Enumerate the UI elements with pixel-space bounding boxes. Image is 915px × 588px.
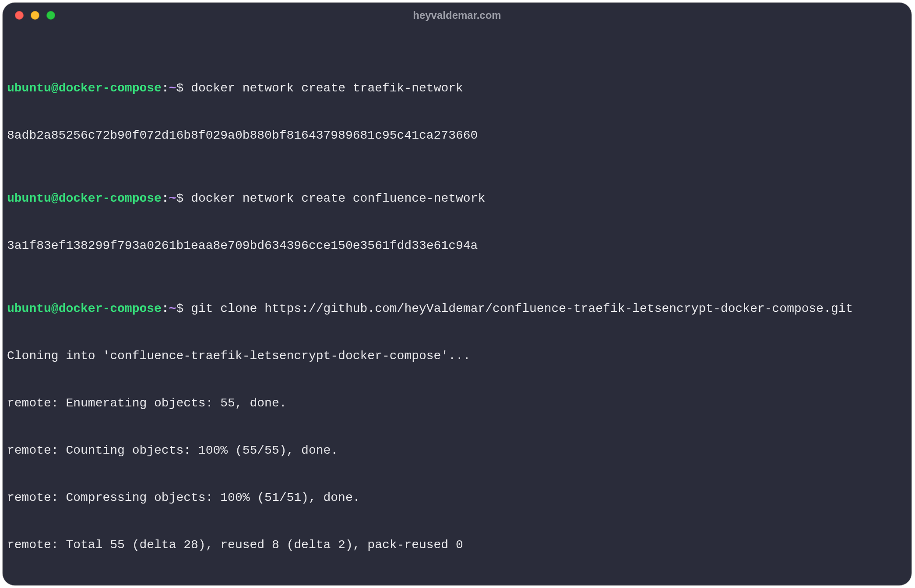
- prompt-user: ubuntu: [7, 81, 51, 95]
- prompt-host: docker-compose: [59, 192, 162, 205]
- output-line: remote: Counting objects: 100% (55/55), …: [7, 443, 907, 458]
- output-line: remote: Enumerating objects: 55, done.: [7, 396, 907, 411]
- maximize-icon[interactable]: [46, 11, 55, 20]
- prompt-colon: :: [162, 81, 169, 95]
- prompt-user: ubuntu: [7, 302, 51, 315]
- traffic-lights: [15, 3, 55, 28]
- command-text: docker network create confluence-network: [191, 192, 485, 205]
- prompt-line: ubuntu@docker-compose:~$ docker network …: [7, 80, 907, 96]
- prompt-host: docker-compose: [59, 302, 162, 315]
- command-text: docker network create traefik-network: [191, 81, 463, 95]
- output-line: Receiving objects: 100% (55/55), 74.96 K…: [7, 584, 907, 585]
- output-line: 8adb2a85256c72b90f072d16b8f029a0b880bf81…: [7, 128, 907, 144]
- output-line: 3a1f83ef138299f793a0261b1eaa8e709bd63439…: [7, 238, 907, 254]
- prompt-path: ~: [169, 302, 176, 315]
- prompt-path: ~: [169, 192, 176, 205]
- prompt-user: ubuntu: [7, 192, 51, 205]
- output-line: remote: Compressing objects: 100% (51/51…: [7, 490, 907, 506]
- prompt-path: ~: [169, 81, 176, 95]
- terminal-window: heyvaldemar.com ubuntu@docker-compose:~$…: [3, 3, 911, 585]
- titlebar: heyvaldemar.com: [3, 3, 911, 28]
- minimize-icon[interactable]: [31, 11, 39, 20]
- prompt-line: ubuntu@docker-compose:~$ git clone https…: [7, 301, 907, 317]
- output-line: Cloning into 'confluence-traefik-letsenc…: [7, 348, 907, 364]
- prompt-dollar: $: [176, 81, 184, 95]
- prompt-at: @: [51, 302, 59, 315]
- prompt-host: docker-compose: [59, 81, 162, 95]
- window-title: heyvaldemar.com: [413, 9, 501, 21]
- prompt-at: @: [51, 81, 59, 95]
- prompt-line: ubuntu@docker-compose:~$ docker network …: [7, 191, 907, 206]
- terminal-body[interactable]: ubuntu@docker-compose:~$ docker network …: [3, 28, 911, 585]
- prompt-dollar: $: [176, 302, 184, 315]
- command-text: git clone https://github.com/heyValdemar…: [191, 302, 853, 315]
- close-icon[interactable]: [15, 11, 24, 20]
- output-line: remote: Total 55 (delta 28), reused 8 (d…: [7, 537, 907, 553]
- prompt-colon: :: [162, 192, 169, 205]
- prompt-at: @: [51, 192, 59, 205]
- prompt-dollar: $: [176, 192, 184, 205]
- prompt-colon: :: [162, 302, 169, 315]
